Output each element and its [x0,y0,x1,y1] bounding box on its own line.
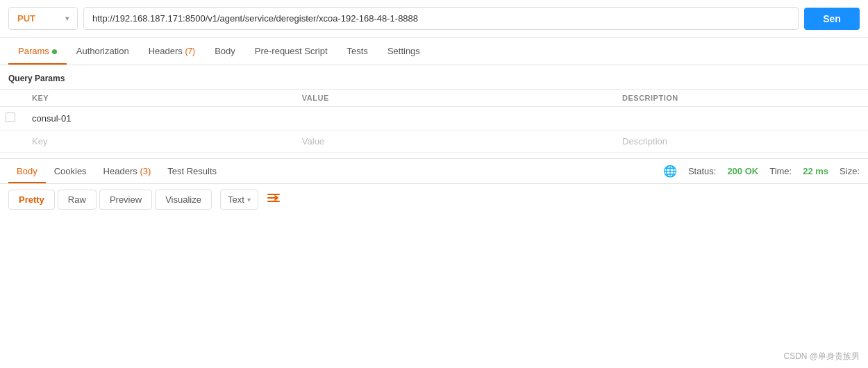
row-checkbox[interactable] [6,112,15,122]
response-toolbar: Pretty Raw Preview Visualize Text ▾ [0,184,868,215]
params-table: KEY VALUE DESCRIPTION consul-01 Key Valu… [0,89,868,153]
format-raw-button[interactable]: Raw [58,190,97,210]
response-tab-body[interactable]: Body [8,159,46,183]
wrap-icon[interactable] [267,191,281,208]
tab-authorization[interactable]: Authorization [67,37,139,65]
type-dropdown-selected: Text [228,194,244,205]
table-row-placeholder: Key Value Description [0,131,868,153]
response-status-bar: 🌐 Status: 200 OK Time: 22 ms Size: [663,165,860,178]
url-input[interactable] [83,7,799,30]
tab-params[interactable]: Params [8,37,67,65]
time-value: 22 ms [803,166,828,176]
size-label: Size: [840,166,860,176]
placeholder-value-cell[interactable]: Value [294,131,614,153]
query-params-section: Query Params KEY VALUE DESCRIPTION consu… [0,65,868,153]
row-checkbox-cell[interactable] [0,107,24,131]
format-preview-button[interactable]: Preview [99,190,152,210]
row-key-cell[interactable]: consul-01 [24,107,294,131]
col-key-header: KEY [24,90,294,107]
tab-tests[interactable]: Tests [337,37,378,65]
tab-body[interactable]: Body [205,37,245,65]
placeholder-key-cell[interactable]: Key [24,131,294,153]
response-headers-badge: (3) [140,166,151,176]
response-section: Body Cookies Headers (3) Test Results 🌐 … [0,158,868,215]
col-checkbox-header [0,90,24,107]
tab-headers[interactable]: Headers (7) [139,37,205,65]
method-chevron-icon: ▾ [65,15,69,22]
col-value-header: VALUE [294,90,614,107]
tab-prerequest[interactable]: Pre-request Script [245,37,337,65]
tab-settings[interactable]: Settings [378,37,430,65]
format-visualize-button[interactable]: Visualize [155,190,212,210]
type-dropdown[interactable]: Text ▾ [220,190,258,210]
send-button[interactable]: Sen [804,8,860,30]
placeholder-desc-cell[interactable]: Description [614,131,868,153]
time-label: Time: [769,166,792,176]
response-tab-headers[interactable]: Headers (3) [95,159,160,183]
method-label: PUT [17,13,35,24]
col-desc-header: DESCRIPTION [614,90,868,107]
type-dropdown-chevron-icon: ▾ [247,196,251,203]
url-bar: PUT ▾ Sen [0,0,868,37]
method-select[interactable]: PUT ▾ [8,7,78,30]
placeholder-checkbox-cell [0,131,24,153]
response-tab-cookies[interactable]: Cookies [46,159,95,183]
response-tab-test-results[interactable]: Test Results [159,159,225,183]
status-value: 200 OK [727,166,758,176]
globe-icon[interactable]: 🌐 [663,165,677,178]
row-value-cell[interactable] [294,107,614,131]
request-tabs: Params Authorization Headers (7) Body Pr… [0,37,868,65]
params-dot-icon [52,49,57,54]
row-desc-cell[interactable] [614,107,868,131]
format-pretty-button[interactable]: Pretty [8,190,55,210]
response-tabs-bar: Body Cookies Headers (3) Test Results 🌐 … [0,159,868,184]
table-row: consul-01 [0,107,868,131]
query-params-title: Query Params [0,65,868,89]
table-header-row: KEY VALUE DESCRIPTION [0,90,868,107]
status-label: Status: [688,166,716,176]
headers-badge: (7) [185,47,195,56]
